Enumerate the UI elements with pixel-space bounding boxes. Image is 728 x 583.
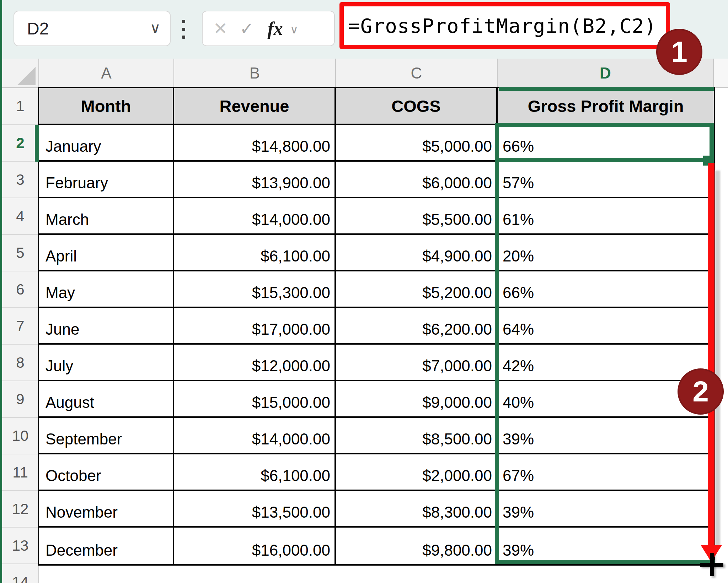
cell-b3[interactable]: $13,900.00: [174, 162, 336, 198]
row-header-1[interactable]: 1: [2, 88, 38, 125]
cell-a9[interactable]: August: [39, 381, 174, 418]
cell-d5[interactable]: 20%: [498, 235, 714, 271]
row-header-4[interactable]: 4: [2, 198, 38, 235]
cell-d10[interactable]: 39%: [498, 418, 714, 454]
cell-d4[interactable]: 61%: [498, 198, 714, 235]
cell-c9[interactable]: $9,000.00: [336, 381, 498, 418]
selection-border-top: [499, 87, 714, 91]
row-header-3[interactable]: 3: [2, 162, 38, 198]
selection-border-bottom: [495, 560, 714, 564]
cell-c11[interactable]: $2,000.00: [336, 454, 498, 491]
column-strip-filler: [714, 59, 728, 87]
select-all-button[interactable]: [0, 59, 39, 87]
row-header-8[interactable]: 8: [2, 345, 38, 381]
name-box[interactable]: D2 ∨: [14, 11, 171, 46]
cell-d7[interactable]: 64%: [498, 308, 714, 345]
cell-a5[interactable]: April: [39, 235, 174, 271]
cell-b8[interactable]: $12,000.00: [174, 345, 336, 381]
cell-a8[interactable]: July: [39, 345, 174, 381]
cell-d12[interactable]: 39%: [498, 491, 714, 528]
cell-c13[interactable]: $9,800.00: [336, 528, 498, 564]
cell-b11[interactable]: $6,100.00: [174, 454, 336, 491]
row-header-11[interactable]: 11: [2, 454, 38, 491]
callout-badge-2: 2: [678, 368, 724, 415]
name-box-value: D2: [14, 19, 49, 38]
header-cell-revenue[interactable]: Revenue: [174, 88, 336, 125]
window-left-edge: [0, 0, 2, 583]
cell-c3[interactable]: $6,000.00: [336, 162, 498, 198]
row-header-5[interactable]: 5: [2, 235, 38, 271]
cancel-icon[interactable]: ✕: [213, 18, 228, 38]
select-all-triangle-icon: [17, 67, 36, 85]
formula-toolbar: D2 ∨ ✕ ✓ fx ∨ =GrossProfitMargin(B2,C2): [0, 0, 728, 59]
formula-action-group: ✕ ✓ fx ∨: [202, 11, 335, 46]
cell-a13[interactable]: December: [39, 528, 174, 564]
selection-border-left: [495, 123, 499, 564]
header-cell-cogs[interactable]: COGS: [336, 88, 498, 125]
ellipsis-divider-icon: [182, 20, 185, 39]
cell-d3[interactable]: 57%: [498, 162, 714, 198]
formula-bar[interactable]: =GrossProfitMargin(B2,C2): [339, 2, 670, 49]
column-header-strip: A B C D: [0, 59, 728, 88]
cell-c12[interactable]: $8,300.00: [336, 491, 498, 528]
cell-b7[interactable]: $17,000.00: [174, 308, 336, 345]
excel-spreadsheet-screenshot: D2 ∨ ✕ ✓ fx ∨ =GrossProfitMargin(B2,C2) …: [0, 0, 728, 583]
cell-b12[interactable]: $13,500.00: [174, 491, 336, 528]
row-header-9[interactable]: 9: [2, 381, 38, 418]
cell-a3[interactable]: February: [39, 162, 174, 198]
cell-a12[interactable]: November: [39, 491, 174, 528]
row-header-10[interactable]: 10: [2, 418, 38, 454]
callout-badge-1: 1: [656, 29, 702, 75]
row-header-2[interactable]: 2: [2, 125, 38, 162]
row-header-7[interactable]: 7: [2, 308, 38, 345]
header-cell-gpm[interactable]: Gross Profit Margin: [498, 88, 714, 125]
cell-b10[interactable]: $14,000.00: [174, 418, 336, 454]
fill-drag-arrow-line: [708, 163, 714, 546]
row-header-6[interactable]: 6: [2, 271, 38, 308]
row-header-14[interactable]: 14: [2, 564, 38, 583]
cell-b4[interactable]: $14,000.00: [174, 198, 336, 235]
column-header-b[interactable]: B: [174, 59, 336, 87]
formula-text: =GrossProfitMargin(B2,C2): [344, 14, 657, 37]
enter-icon[interactable]: ✓: [240, 18, 254, 38]
row-header-13[interactable]: 13: [2, 528, 38, 564]
row-2-selection-accent: [35, 125, 39, 162]
cell-d6[interactable]: 66%: [498, 271, 714, 308]
cell-d13[interactable]: 39%: [498, 528, 714, 564]
chevron-down-icon[interactable]: ∨: [290, 23, 298, 36]
cell-c6[interactable]: $5,200.00: [336, 271, 498, 308]
cell-d2-active[interactable]: 66%: [498, 125, 714, 162]
cell-a6[interactable]: May: [39, 271, 174, 308]
cell-d11[interactable]: 67%: [498, 454, 714, 491]
cell-b5[interactable]: $6,100.00: [174, 235, 336, 271]
row-header-12[interactable]: 12: [2, 491, 38, 528]
cell-c7[interactable]: $6,200.00: [336, 308, 498, 345]
cell-a10[interactable]: September: [39, 418, 174, 454]
insert-function-icon[interactable]: fx: [267, 18, 283, 39]
cell-c5[interactable]: $4,900.00: [336, 235, 498, 271]
fill-handle-cursor-icon: [700, 553, 723, 576]
cell-a4[interactable]: March: [39, 198, 174, 235]
cell-c2[interactable]: $5,000.00: [336, 125, 498, 162]
cell-c8[interactable]: $7,000.00: [336, 345, 498, 381]
column-header-c[interactable]: C: [336, 59, 498, 87]
cell-d8[interactable]: 42%: [498, 345, 714, 381]
active-cell-border-bottom: [495, 158, 705, 162]
active-cell-border-top: [495, 123, 714, 127]
cell-a7[interactable]: June: [39, 308, 174, 345]
column-header-a[interactable]: A: [39, 59, 174, 87]
cell-b9[interactable]: $15,000.00: [174, 381, 336, 418]
cell-b13[interactable]: $16,000.00: [174, 528, 336, 564]
arrow-shadow: [714, 171, 720, 546]
cell-c4[interactable]: $5,500.00: [336, 198, 498, 235]
cell-a2[interactable]: January: [39, 125, 174, 162]
cell-a11[interactable]: October: [39, 454, 174, 491]
row-number-gutter: 1 2 3 4 5 6 7 8 9 10 11 12 13 14: [2, 88, 39, 583]
chevron-down-icon[interactable]: ∨: [150, 19, 161, 37]
cell-c10[interactable]: $8,500.00: [336, 418, 498, 454]
cell-b6[interactable]: $15,300.00: [174, 271, 336, 308]
header-cell-month[interactable]: Month: [39, 88, 174, 125]
cell-b2[interactable]: $14,800.00: [174, 125, 336, 162]
